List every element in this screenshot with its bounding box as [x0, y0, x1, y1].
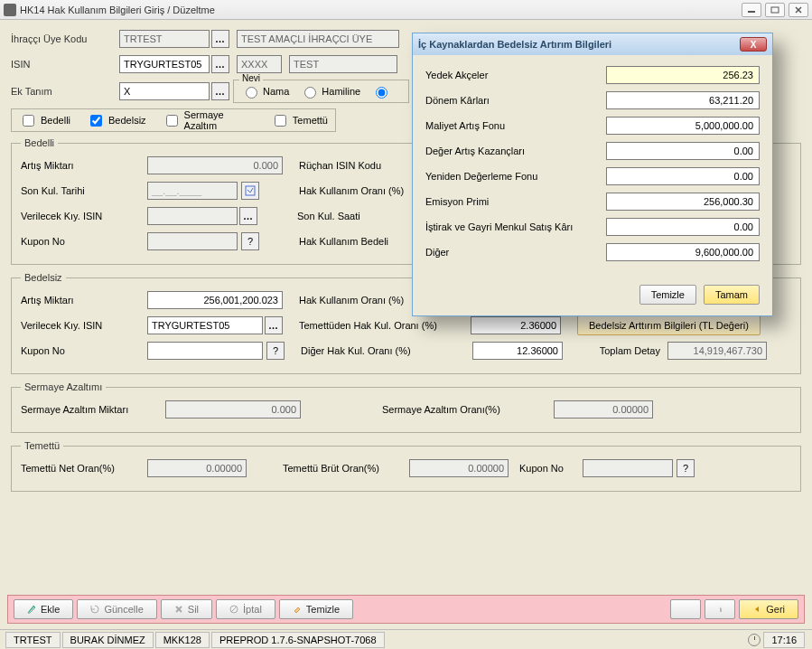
- bedelsiz-ver-label: Verilecek Kıy. ISIN: [21, 320, 147, 331]
- nevi-hamiline-radio[interactable]: Hamiline: [300, 84, 360, 99]
- sermaye-fieldset: Sermaye Azaltımı Sermaye Azaltım Miktarı…: [11, 381, 801, 433]
- bedelli-sonkul-input: __.__.____: [147, 182, 238, 200]
- bedelli-artis-input: 0.000: [147, 156, 283, 174]
- bedelli-artis-label: Artış Miktarı: [21, 160, 147, 171]
- modal-yeniden-input[interactable]: 0.00: [606, 167, 760, 185]
- nevi-legend: Nevi: [239, 73, 263, 83]
- sil-button[interactable]: Sil: [161, 599, 212, 619]
- geri-button[interactable]: Geri: [739, 599, 798, 619]
- guncelle-button[interactable]: Güncelle: [77, 599, 156, 619]
- bedelli-kupon-help-button[interactable]: ?: [241, 232, 259, 250]
- isin-label: ISIN: [11, 59, 119, 70]
- bedelsiz-artis-input[interactable]: 256,001,200.023: [147, 291, 283, 309]
- bedelsiz-modal: İç Kaynaklardan Bedelsiz Artırım Bilgile…: [412, 33, 773, 316]
- temettu-checkbox[interactable]: Temettü: [271, 112, 328, 129]
- svg-rect-1: [771, 7, 779, 13]
- bedelsiz-toplam-input: 14,919,467.730: [667, 342, 767, 360]
- window-maximize-button[interactable]: [765, 3, 785, 17]
- svg-rect-0: [748, 11, 755, 13]
- printer-icon: [718, 605, 722, 614]
- window-title: HK14 Hak Kullanım Bilgileri Giriş / Düze…: [20, 5, 742, 15]
- modal-istirak-input[interactable]: 0.00: [606, 218, 760, 236]
- bedelsiz-dhk-label: Diğer Hak Kul. Oranı (%): [301, 345, 472, 356]
- nevi-extra-radio[interactable]: [371, 84, 390, 99]
- back-arrow-icon: [752, 605, 761, 614]
- bedelli-checkbox[interactable]: Bedelli: [19, 112, 70, 129]
- modal-donem-input[interactable]: 63,211.20: [606, 91, 760, 109]
- refresh-icon: [90, 605, 99, 614]
- window-minimize-button[interactable]: [742, 3, 761, 17]
- sermaye-checkbox[interactable]: Sermaye Azaltım: [163, 109, 255, 131]
- modal-diger-input[interactable]: 9,600,000.00: [606, 243, 760, 261]
- bedelsiz-toplam-label: Toplam Detay: [588, 345, 660, 356]
- ihracci-code-input: TRTEST: [119, 30, 210, 48]
- status-time: 17:16: [763, 632, 805, 648]
- bedelsiz-dhk-input[interactable]: 12.36000: [472, 342, 563, 360]
- ihracci-lookup-button[interactable]: …: [211, 30, 229, 48]
- modal-yedek-input[interactable]: 256.23: [606, 66, 760, 84]
- modal-deger-input[interactable]: 0.00: [606, 142, 760, 160]
- ekle-button[interactable]: Ekle: [14, 599, 73, 619]
- clock-icon: [748, 634, 761, 646]
- bedelli-date-picker-button[interactable]: [241, 182, 259, 200]
- nevi-group: Nevi Nama Hamiline: [233, 80, 409, 103]
- temettu-brut-label: Temettü Brüt Oran(%): [283, 463, 409, 474]
- nevi-nama-radio[interactable]: Nama: [241, 84, 289, 99]
- window-close-button[interactable]: [789, 3, 808, 17]
- bedelli-kupon-label: Kupon No: [21, 236, 147, 247]
- sermaye-oran-label: Sermaye Azaltım Oranı(%): [382, 404, 554, 415]
- modal-tamam-button[interactable]: Tamam: [704, 285, 760, 305]
- temettu-net-input: 0.00000: [147, 459, 247, 477]
- modal-emisyon-label: Emisyon Primi: [425, 196, 606, 207]
- bedelsiz-bilgiler-button[interactable]: Bedelsiz Arttırım Bilgileri (TL Değeri): [577, 315, 761, 335]
- isin-input[interactable]: TRYGURTEST05: [119, 55, 210, 73]
- cancel-icon: [229, 605, 238, 614]
- sermaye-mik-label: Sermaye Azaltım Miktarı: [21, 404, 165, 415]
- bedelsiz-thk-input[interactable]: 2.36000: [471, 316, 561, 334]
- modal-close-button[interactable]: X: [740, 37, 767, 52]
- print-button[interactable]: [705, 599, 735, 619]
- ektanim-label: Ek Tanım: [11, 86, 119, 97]
- isin-test-input: TEST: [289, 55, 397, 73]
- status-bar: TRTEST BURAK DİNMEZ MKK128 PREPROD 1.7.6…: [0, 629, 812, 649]
- bedelsiz-ver-input[interactable]: TRYGURTEST05: [147, 316, 263, 334]
- app-icon: [4, 4, 16, 16]
- bedelli-ver-input: [147, 207, 238, 225]
- bedelsiz-ver-lookup-button[interactable]: …: [265, 316, 283, 334]
- svg-rect-10: [721, 606, 722, 608]
- bedelsiz-artis-label: Artış Miktarı: [21, 295, 147, 306]
- modal-temizle-button[interactable]: Temizle: [639, 285, 696, 305]
- modal-titlebar: İç Kaynaklardan Bedelsiz Artırım Bilgile…: [413, 33, 772, 55]
- bedelsiz-kupon-help-button[interactable]: ?: [266, 342, 285, 360]
- isin-lookup-button[interactable]: …: [211, 55, 229, 73]
- modal-maliyet-input[interactable]: 5,000,000.00: [606, 117, 760, 135]
- blank-button[interactable]: [670, 599, 701, 619]
- sermaye-oran-input: 0.00000: [554, 400, 653, 419]
- status-name: BURAK DİNMEZ: [62, 632, 154, 648]
- ektanim-input[interactable]: X: [119, 82, 210, 100]
- ektanim-lookup-button[interactable]: …: [211, 82, 229, 100]
- eraser-icon: [293, 605, 302, 614]
- isin-xxx-input: XXXX: [237, 55, 282, 73]
- bedelsiz-kupon-input[interactable]: [147, 342, 263, 360]
- modal-yedek-label: Yedek Akçeler: [425, 70, 606, 80]
- bedelsiz-thk-label: Temettüden Hak Kul. Oranı (%): [299, 320, 471, 331]
- temizle-button[interactable]: Temizle: [279, 599, 353, 619]
- ihracci-desc-input: TEST AMAÇLI İHRAÇCI ÜYE: [237, 30, 399, 48]
- modal-donem-label: Dönem Kârları: [425, 95, 606, 106]
- bedelsiz-legend: Bedelsiz: [21, 272, 66, 283]
- status-env: PREPROD 1.7.6-SNAPSHOT-7068: [211, 632, 385, 648]
- bedelsiz-checkbox[interactable]: Bedelsiz: [87, 112, 146, 129]
- modal-diger-label: Diğer: [425, 247, 606, 258]
- temettu-net-label: Temettü Net Oran(%): [21, 463, 147, 474]
- modal-emisyon-input[interactable]: 256,000.30: [606, 193, 760, 211]
- temettu-kupon-label: Kupon No: [519, 463, 583, 474]
- bedelli-ver-lookup-button[interactable]: …: [239, 207, 257, 225]
- bedelli-kupon-input: [147, 232, 238, 250]
- bedelli-sonkul-label: Son Kul. Tarihi: [21, 185, 147, 196]
- iptal-button[interactable]: İptal: [216, 599, 275, 619]
- temettu-kupon-help-button[interactable]: ?: [677, 459, 695, 477]
- bedelsiz-kupon-label: Kupon No: [21, 345, 147, 356]
- modal-istirak-label: İştirak ve Gayri Menkul Satış Kârı: [425, 221, 606, 232]
- modal-title: İç Kaynaklardan Bedelsiz Artırım Bilgile…: [418, 39, 740, 50]
